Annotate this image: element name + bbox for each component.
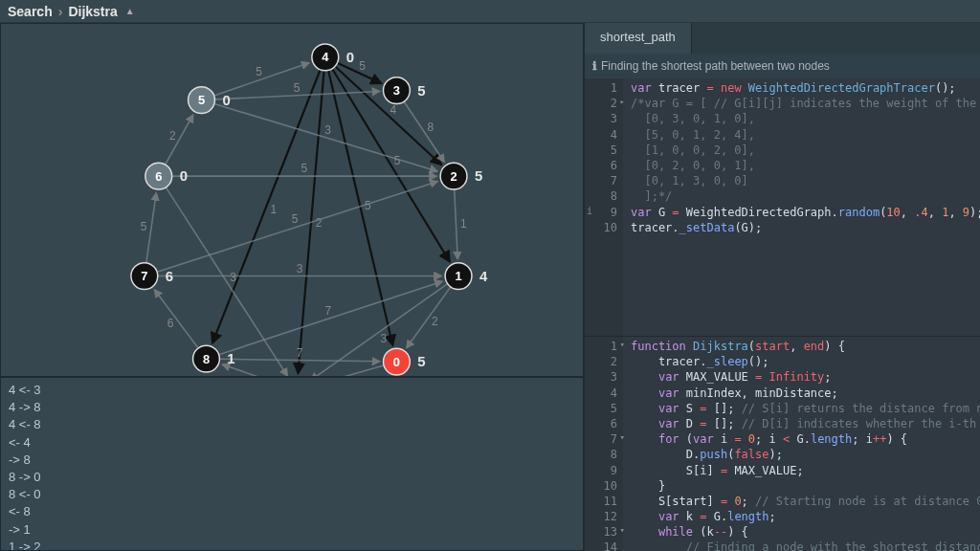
log-line: <- 8 (9, 503, 575, 520)
svg-text:0: 0 (393, 355, 400, 369)
svg-text:5: 5 (198, 93, 205, 107)
info-icon (592, 59, 597, 73)
svg-line-26 (146, 193, 156, 263)
svg-text:3: 3 (393, 83, 400, 98)
svg-text:5: 5 (294, 81, 301, 95)
svg-text:3: 3 (297, 262, 303, 276)
svg-text:4: 4 (322, 50, 329, 64)
svg-text:7: 7 (141, 269, 147, 283)
svg-text:3: 3 (380, 332, 387, 345)
svg-text:5: 5 (394, 154, 401, 167)
svg-text:5: 5 (417, 354, 425, 369)
svg-text:6: 6 (166, 269, 173, 284)
breadcrumb-separator: › (58, 4, 63, 19)
log-panel[interactable]: 4 <- 34 -> 84 <- 8<- 4-> 88 -> 08 <- 0<-… (0, 377, 584, 551)
svg-line-14 (455, 189, 457, 259)
svg-text:1: 1 (460, 217, 467, 231)
log-line: <- 4 (9, 434, 575, 452)
svg-line-42 (166, 187, 287, 376)
svg-text:4: 4 (390, 103, 397, 117)
svg-text:5: 5 (292, 212, 299, 226)
svg-text:1: 1 (270, 203, 277, 216)
svg-text:1: 1 (455, 269, 461, 283)
description-text: Finding the shortest path between two no… (601, 59, 830, 73)
svg-text:5: 5 (256, 65, 262, 78)
svg-line-16 (407, 287, 451, 348)
svg-line-36 (214, 104, 437, 171)
log-line: 4 <- 3 (9, 382, 575, 399)
svg-text:8: 8 (203, 352, 210, 366)
code-editor-algorithm[interactable]: 1▾234567▾8910111213▾1415 function Dijkst… (585, 337, 980, 551)
log-line: 4 <- 8 (9, 416, 575, 433)
svg-text:4: 4 (479, 269, 488, 284)
svg-text:2: 2 (316, 216, 323, 230)
chevron-down-icon[interactable]: ▲ (125, 6, 135, 16)
svg-text:5: 5 (141, 220, 147, 233)
log-line: 4 -> 8 (9, 399, 575, 416)
svg-text:2: 2 (450, 169, 457, 184)
svg-text:5: 5 (365, 199, 371, 212)
svg-text:0: 0 (346, 50, 354, 65)
svg-line-22 (155, 290, 199, 348)
svg-text:0: 0 (222, 93, 230, 108)
svg-text:5: 5 (417, 83, 425, 99)
tab-shortest-path[interactable]: shortest_path (585, 23, 692, 54)
svg-text:7: 7 (325, 304, 332, 318)
log-line: 8 -> 0 (9, 469, 575, 486)
svg-text:2: 2 (432, 315, 438, 328)
log-line: 8 <- 0 (9, 486, 575, 503)
svg-text:2: 2 (169, 129, 176, 143)
svg-text:5: 5 (359, 59, 366, 73)
breadcrumb-parent[interactable]: Search (8, 4, 53, 19)
svg-text:5: 5 (301, 162, 308, 175)
log-line: 1 -> 2 (9, 539, 575, 551)
svg-text:6: 6 (167, 317, 174, 330)
svg-text:0: 0 (180, 168, 188, 184)
breadcrumb[interactable]: Search › Dijkstra ▲ (0, 0, 980, 23)
breadcrumb-current[interactable]: Dijkstra (68, 4, 117, 19)
log-line: -> 8 (9, 452, 575, 469)
svg-text:8: 8 (427, 121, 434, 134)
svg-text:7: 7 (297, 346, 303, 360)
svg-text:5: 5 (475, 168, 482, 184)
svg-text:1: 1 (227, 351, 234, 366)
svg-text:6: 6 (155, 169, 162, 184)
code-tabbar: shortest_path (585, 23, 980, 54)
svg-line-12 (404, 101, 444, 162)
code-editor-data[interactable]: 12▸3456789i10 var tracer = new WeightedD… (585, 78, 980, 337)
graph-visualization[interactable]: 5451258125463525553773350514253540506076… (0, 23, 584, 377)
log-line: -> 1 (9, 521, 575, 539)
file-description: Finding the shortest path between two no… (585, 54, 980, 78)
svg-line-46 (157, 182, 437, 273)
svg-text:3: 3 (230, 271, 236, 284)
svg-text:3: 3 (324, 123, 331, 137)
